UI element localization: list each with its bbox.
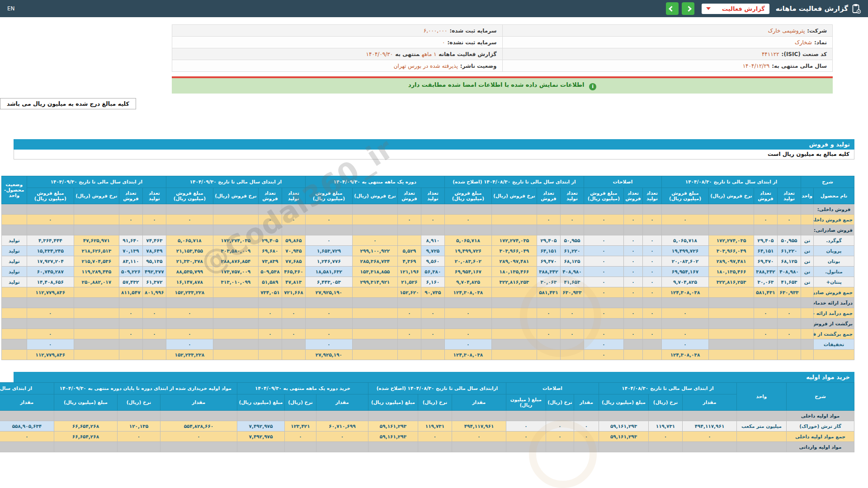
table-cell: ۳۸۸,۳۴۲ — [754, 266, 778, 277]
table-cell: ۵۹,۱۶۱,۲۹۳ — [599, 421, 649, 431]
table-cell — [491, 318, 537, 328]
table-cell: ۹۱,۶۴۰ — [119, 235, 142, 245]
table-cell: ۰ — [506, 421, 546, 431]
table-cell: تخفیفات — [814, 339, 854, 349]
column-header: مقدار — [0, 394, 54, 410]
table-cell — [709, 339, 754, 349]
table-cell — [560, 297, 584, 308]
table-cell — [584, 204, 623, 214]
table-cell — [452, 410, 506, 421]
table-cell — [801, 287, 814, 297]
column-header: مبلغ (میلیون ریال) — [237, 394, 284, 410]
table-cell: ۰ — [642, 214, 661, 225]
column-group-header: خرید دوره یک ماهه منتهی به ۱۴۰۴/۰۹/۳۰ — [237, 382, 368, 394]
table-cell — [160, 441, 237, 452]
table-cell — [352, 308, 397, 318]
top-navigation-bar: گزارش فعالیت ماهانه گزارش فعالیت EN — [0, 0, 868, 17]
table-cell — [352, 339, 397, 349]
table-cell — [801, 318, 814, 328]
previous-report-button[interactable] — [666, 2, 679, 15]
column-header: مبلغ فروش (میلیون ریال) — [305, 188, 352, 204]
table-cell: ۰ — [623, 235, 642, 245]
table-cell — [421, 349, 444, 360]
table-cell — [397, 318, 421, 328]
table-cell — [160, 410, 237, 421]
table-cell: ۰ — [421, 214, 444, 225]
table-cell — [282, 204, 305, 214]
table-cell: ۰ — [166, 328, 213, 339]
table-cell: ۵۵۸,۹۰۵,۶۳۴ — [0, 421, 54, 431]
table-cell — [642, 349, 661, 360]
column-header: مبلغ (میلیون ریال) — [599, 394, 649, 410]
table-cell — [709, 287, 754, 297]
report-brand: گزارش فعالیت ماهانه — [776, 4, 861, 14]
table-cell: ۱۲۱,۱۹۶ — [397, 266, 421, 277]
table-cell — [623, 339, 642, 349]
next-report-button[interactable] — [682, 2, 694, 15]
table-cell — [661, 318, 708, 328]
table-cell — [709, 297, 754, 308]
table-cell: فروش داخلی: — [814, 204, 854, 214]
table-cell — [709, 204, 754, 214]
table-cell: گوگرد. — [814, 235, 854, 245]
table-cell: ۰ — [584, 287, 623, 297]
table-cell — [421, 225, 444, 235]
column-group-header: ازابتدای سال مالی تا تاریخ ۱۴۰۴/۰۸/۳۰ (ا… — [368, 382, 506, 394]
table-cell: ۰ — [27, 308, 74, 318]
table-cell: ۲۱,۳۳۰,۳۷۸ — [166, 256, 213, 266]
table-cell: ۶۹,۹۵۴,۱۶۷ — [661, 266, 708, 277]
table-cell — [0, 410, 54, 421]
info-value: شخارک — [795, 39, 812, 46]
report-type-dropdown[interactable]: گزارش فعالیت — [702, 4, 769, 14]
table-cell — [754, 225, 778, 235]
table-cell: ۲۱۸,۶۲۶,۵۱۳ — [74, 245, 119, 256]
column-group-header: اصلاحات — [506, 382, 599, 394]
table-cell — [142, 349, 166, 360]
info-value: پتروشیمی خارک — [768, 28, 805, 34]
table-cell: ۲۹۹,۱۰۰,۹۲۲ — [352, 245, 397, 256]
table-cell: ۱۲۴,۳۰۸,۰۳۸ — [444, 287, 491, 297]
table-cell — [305, 318, 352, 328]
raw-material-purchase-section: خرید مواد اولیه شرحواحداز ابتدای سال مال… — [14, 372, 854, 452]
column-header: نرخ فروش (ریال) — [74, 188, 119, 204]
table-cell: ۰ — [642, 266, 661, 277]
table-cell: ۹,۷۰۴,۸۲۵ — [444, 277, 491, 287]
table-cell: ۴,۳۶۹ — [397, 256, 421, 266]
table-cell: ۰ — [444, 339, 491, 349]
language-switch-en[interactable]: EN — [7, 5, 15, 12]
table-cell — [282, 318, 305, 328]
table-cell: ۱۲۰,۱۳۵ — [117, 421, 160, 431]
table-cell: ۱۱۹,۷۳۱ — [649, 421, 683, 431]
table-cell — [623, 349, 642, 360]
table-cell — [74, 287, 119, 297]
table-cell: ۹,۷۰۴,۸۲۵ — [661, 277, 708, 287]
table-cell — [452, 441, 506, 452]
table-row: پروپانتن۶۱,۲۲۰۶۴,۱۵۱۳۰۳,۹۶۶,۰۴۹۱۹,۴۹۹,۷۲… — [1, 245, 854, 256]
table-cell: ۲۱,۱۵۳,۴۵۵ — [166, 245, 213, 256]
table-cell: ۰ — [642, 235, 661, 245]
info-row: نماد:شخارکسرمایه ثبت نشده:۰ — [172, 37, 833, 48]
column-header: نرخ فروش (ریال) — [709, 188, 754, 204]
table-cell: ۱۷,۹۲۷,۲۰۴ — [27, 256, 74, 266]
table-cell — [537, 297, 560, 308]
table-cell: متانول. — [814, 266, 854, 277]
table-cell — [444, 225, 491, 235]
table-cell: ۴,۳۶۴,۴۴۴ — [27, 235, 74, 245]
table-cell: ۳۰۳,۵۸۰,۰۰۹ — [213, 245, 258, 256]
column-group-header: از ابتدای سال مالی تا تاریخ ۱۴۰۴/۰۸/۳۰ — [599, 382, 737, 394]
table-cell: پروپان — [814, 245, 854, 256]
table-cell — [737, 431, 787, 441]
column-header: تعداد فروش — [397, 188, 421, 204]
table-cell: ۰ — [119, 328, 142, 339]
table-cell — [801, 225, 814, 235]
table-cell — [397, 349, 421, 360]
info-cell: سال مالی منتهی به:۱۴۰۴/۱۲/۲۹ — [502, 60, 833, 72]
table-cell — [709, 318, 754, 328]
column-header: مبلغ فروش (میلیون ریال) — [27, 188, 74, 204]
column-group-header: اصلاحات — [584, 176, 661, 188]
column-group-header: شرح — [801, 176, 854, 188]
table-cell: ۰ — [560, 328, 584, 339]
table-cell — [166, 318, 213, 328]
table-cell: ۲۷,۹۲۵,۱۹۰ — [305, 287, 352, 297]
table-row: برگشت از فروش: — [1, 318, 854, 328]
